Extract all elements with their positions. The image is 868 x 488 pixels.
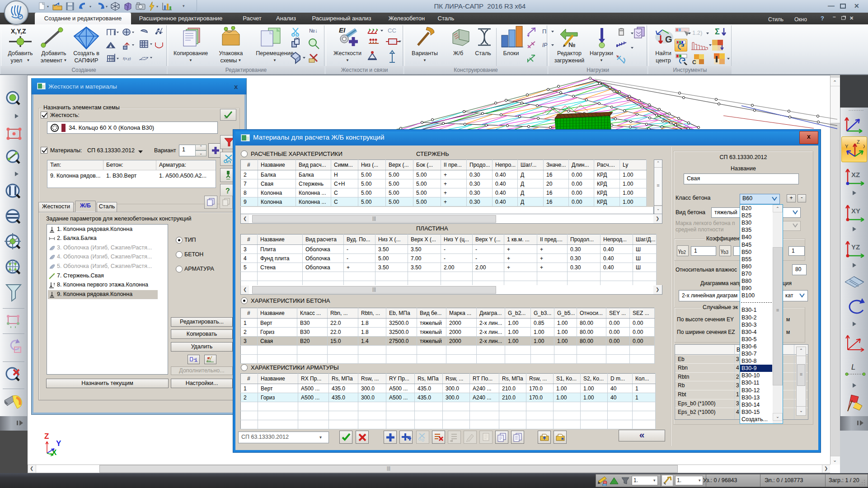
svg-text:№: № <box>568 41 576 48</box>
svg-text:Σ: Σ <box>715 27 720 36</box>
svg-text:XZ: XZ <box>851 171 860 178</box>
svg-text:Z: Z <box>857 139 860 145</box>
svg-text:X: X <box>863 144 865 149</box>
svg-text:1.2): 1.2) <box>692 29 702 36</box>
svg-text:Y: Y <box>56 439 61 448</box>
svg-text:EI: EI <box>339 26 346 34</box>
svg-text:?: ? <box>225 187 230 195</box>
svg-text:XY: XY <box>851 207 860 215</box>
svg-text:L: L <box>851 363 855 371</box>
svg-text:C: C <box>692 59 696 65</box>
svg-text:№↓: №↓ <box>309 28 318 34</box>
svg-text:Y: Y <box>845 144 849 149</box>
svg-text:X,Y,Z: X,Y,Z <box>11 28 26 35</box>
svg-text:YZ: YZ <box>851 243 860 251</box>
svg-text:СС: СС <box>388 27 396 34</box>
svg-text:IP: IP <box>542 42 547 48</box>
svg-text:G: G <box>665 34 672 44</box>
svg-text:Z: Z <box>44 432 49 441</box>
svg-text:П: П <box>542 28 546 35</box>
svg-text:f(x,y): f(x,y) <box>123 56 131 61</box>
